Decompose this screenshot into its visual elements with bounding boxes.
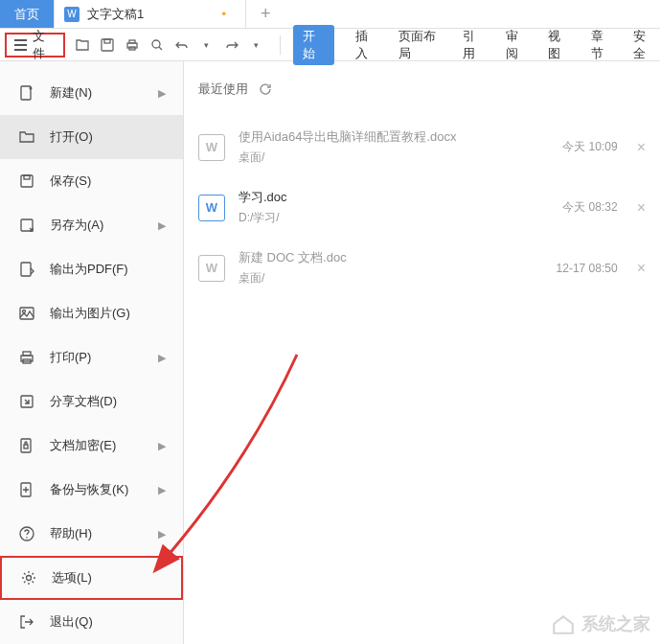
svg-rect-1 (104, 39, 110, 43)
menu-reference[interactable]: 引用 (463, 28, 485, 62)
sidebar-item-share[interactable]: 分享文档(D) (0, 380, 183, 424)
menu-page-layout[interactable]: 页面布局 (398, 28, 442, 62)
chevron-right-icon: ▶ (158, 87, 166, 100)
file-time: 今天 08:32 (562, 199, 617, 216)
preview-icon[interactable] (148, 35, 167, 55)
menu-start[interactable]: 开始 (293, 25, 334, 65)
file-sidebar: 新建(N)▶打开(O)保存(S)另存为(A)▶输出为PDF(F)输出为图片(G)… (0, 61, 184, 644)
backup-icon (17, 480, 36, 499)
save-icon (17, 172, 36, 191)
hamburger-icon (14, 39, 27, 51)
word-file-icon: W (198, 134, 225, 161)
recent-file-row[interactable]: W使用Aida64导出电脑详细配置教程.docx桌面/今天 10:09× (198, 117, 646, 177)
exit-icon (17, 612, 36, 632)
file-path: 桌面/ (239, 270, 557, 287)
open-icon (17, 127, 36, 147)
sidebar-item-help[interactable]: 帮助(H)▶ (0, 512, 183, 556)
chevron-right-icon: ▶ (158, 440, 166, 452)
svg-point-8 (30, 87, 33, 90)
sidebar-item-new[interactable]: 新建(N)▶ (0, 71, 183, 115)
sidebar-item-encrypt[interactable]: 文档加密(E)▶ (0, 424, 183, 468)
svg-rect-7 (21, 86, 31, 100)
new-icon (17, 83, 36, 103)
chevron-right-icon: ▶ (158, 219, 166, 232)
svg-rect-19 (21, 439, 31, 452)
chevron-right-icon: ▶ (158, 484, 166, 496)
sidebar-item-open[interactable]: 打开(O) (0, 115, 183, 159)
image-icon (17, 304, 36, 323)
open-folder-icon[interactable] (73, 35, 92, 55)
options-icon (19, 568, 38, 587)
saveas-icon (17, 216, 36, 235)
recent-file-row[interactable]: W新建 DOC 文档.doc桌面/12-17 08:50× (198, 238, 646, 298)
quick-access-toolbar: ▾ ▾ (73, 35, 266, 55)
chevron-right-icon: ▶ (158, 352, 166, 364)
watermark: 系统之家 (551, 611, 650, 636)
toolbar: 文件 ▾ ▾ 开始 插入 页面布局 引用 审阅 视图 章节 安全 (0, 29, 660, 61)
sidebar-item-label: 输出为PDF(F) (50, 261, 128, 278)
word-file-icon: W (198, 195, 225, 221)
sidebar-item-print[interactable]: 打印(P)▶ (0, 335, 183, 380)
svg-rect-12 (21, 263, 31, 276)
file-info: 使用Aida64导出电脑详细配置教程.docx桌面/ (239, 128, 562, 166)
sidebar-item-label: 打开(O) (50, 128, 93, 146)
sidebar-item-save[interactable]: 保存(S) (0, 159, 183, 203)
redo-icon[interactable] (222, 35, 241, 55)
sidebar-item-exit[interactable]: 退出(Q) (0, 600, 183, 644)
svg-rect-20 (24, 445, 28, 448)
tab-home[interactable]: 首页 (0, 0, 55, 28)
sidebar-item-image[interactable]: 输出为图片(G) (0, 291, 183, 335)
svg-rect-10 (24, 175, 30, 179)
file-time: 今天 10:09 (562, 139, 617, 155)
pdf-icon (17, 260, 36, 279)
sidebar-item-label: 帮助(H) (50, 525, 92, 542)
file-menu-label: 文件 (33, 28, 56, 62)
file-menu-button[interactable]: 文件 (5, 33, 65, 58)
svg-rect-16 (23, 352, 31, 356)
sidebar-item-pdf[interactable]: 输出为PDF(F) (0, 247, 183, 291)
menu-review[interactable]: 审阅 (506, 28, 528, 62)
sidebar-item-label: 输出为图片(G) (50, 305, 130, 322)
sidebar-item-options[interactable]: 选项(L) (0, 556, 183, 600)
modified-indicator: • (221, 7, 226, 21)
svg-rect-0 (102, 39, 113, 51)
file-info: 学习.docD:/学习/ (239, 189, 562, 226)
sidebar-item-label: 退出(Q) (50, 613, 93, 631)
file-list: W使用Aida64导出电脑详细配置教程.docx桌面/今天 10:09×W学习.… (198, 117, 646, 298)
menu-security[interactable]: 安全 (633, 28, 655, 62)
sidebar-item-label: 分享文档(D) (50, 393, 117, 410)
tab-add-button[interactable]: + (246, 0, 285, 28)
tab-document[interactable]: W 文字文稿1 • (55, 0, 246, 28)
sidebar-item-label: 打印(P) (50, 349, 91, 366)
word-doc-icon: W (64, 7, 80, 22)
print-icon[interactable] (123, 35, 142, 55)
save-icon[interactable] (98, 35, 117, 55)
watermark-text: 系统之家 (581, 612, 650, 635)
word-file-icon: W (198, 255, 225, 282)
recent-file-row[interactable]: W学习.docD:/学习/今天 08:32× (198, 177, 646, 238)
remove-recent-icon[interactable]: × (637, 199, 646, 217)
svg-point-23 (26, 537, 28, 539)
file-time: 12-17 08:50 (557, 262, 618, 275)
refresh-icon[interactable] (258, 81, 273, 97)
file-path: 桌面/ (239, 150, 562, 166)
remove-recent-icon[interactable]: × (637, 139, 646, 156)
undo-dropdown-icon[interactable]: ▾ (197, 35, 216, 55)
menu-chapter[interactable]: 章节 (591, 28, 613, 62)
menu-view[interactable]: 视图 (548, 28, 570, 62)
recent-label: 最近使用 (198, 80, 248, 98)
menu-insert[interactable]: 插入 (355, 28, 377, 62)
recent-content: 最近使用 W使用Aida64导出电脑详细配置教程.docx桌面/今天 10:09… (184, 61, 660, 644)
chevron-right-icon: ▶ (158, 528, 166, 540)
undo-icon[interactable] (172, 35, 192, 55)
sidebar-item-backup[interactable]: 备份与恢复(K)▶ (0, 468, 183, 512)
remove-recent-icon[interactable]: × (637, 260, 646, 277)
file-name: 学习.doc (239, 189, 562, 206)
redo-dropdown-icon[interactable]: ▾ (247, 35, 266, 55)
sidebar-item-saveas[interactable]: 另存为(A)▶ (0, 203, 183, 247)
tab-document-title: 文字文稿1 (87, 6, 144, 23)
print-icon (17, 348, 36, 367)
sidebar-item-label: 保存(S) (50, 172, 91, 190)
share-icon (17, 392, 36, 411)
svg-line-6 (159, 47, 162, 50)
